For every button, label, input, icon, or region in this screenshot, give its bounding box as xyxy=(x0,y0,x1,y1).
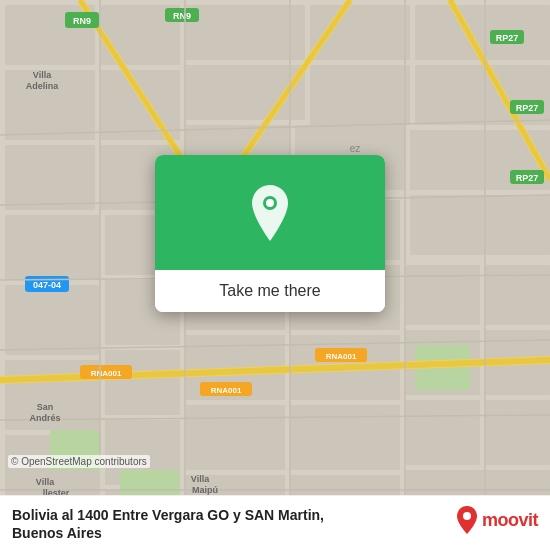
svg-text:Andrés: Andrés xyxy=(29,413,60,423)
svg-text:Maipú: Maipú xyxy=(192,485,218,495)
svg-point-95 xyxy=(266,199,274,207)
svg-text:ez: ez xyxy=(350,143,361,154)
osm-attribution: © OpenStreetMap contributors xyxy=(8,455,150,468)
svg-rect-6 xyxy=(100,70,180,140)
svg-point-96 xyxy=(463,512,471,520)
svg-text:Villa: Villa xyxy=(36,477,55,487)
svg-text:Villa: Villa xyxy=(33,70,52,80)
svg-rect-29 xyxy=(105,350,180,415)
take-me-there-button[interactable]: Take me there xyxy=(155,270,385,312)
svg-rect-38 xyxy=(405,265,480,325)
svg-text:RNA001: RNA001 xyxy=(211,386,242,395)
svg-rect-19 xyxy=(5,215,100,280)
location-pin-icon xyxy=(248,185,292,241)
svg-rect-13 xyxy=(5,145,95,210)
overlay-card: Take me there xyxy=(155,155,385,312)
svg-rect-34 xyxy=(290,405,400,470)
svg-text:San: San xyxy=(37,402,54,412)
svg-text:RN9: RN9 xyxy=(173,11,191,21)
svg-rect-43 xyxy=(485,400,550,465)
svg-text:047-04: 047-04 xyxy=(33,280,61,290)
svg-rect-42 xyxy=(405,400,480,465)
moovit-logo: moovit xyxy=(456,506,538,534)
address-line2: Buenos Aires xyxy=(12,525,102,541)
address-line1: Bolivia al 1400 Entre Vergara GO y SAN M… xyxy=(12,507,324,523)
svg-text:RP27: RP27 xyxy=(516,173,539,183)
moovit-text: moovit xyxy=(482,510,538,531)
svg-text:RNA001: RNA001 xyxy=(326,352,357,361)
svg-text:RN9: RN9 xyxy=(73,16,91,26)
svg-rect-7 xyxy=(185,5,305,60)
svg-text:RNA001: RNA001 xyxy=(91,369,122,378)
svg-rect-20 xyxy=(5,285,100,355)
svg-rect-11 xyxy=(310,65,410,125)
card-green-section xyxy=(155,155,385,270)
svg-text:Villa: Villa xyxy=(191,474,210,484)
moovit-pin-icon xyxy=(456,506,478,534)
svg-rect-10 xyxy=(415,65,550,125)
map-container[interactable]: RN9 RNA001 RNA001 RNA001 RP27 RP27 RP27 … xyxy=(0,0,550,550)
svg-rect-18 xyxy=(410,195,550,255)
svg-rect-39 xyxy=(485,265,550,325)
svg-text:Adelina: Adelina xyxy=(26,81,60,91)
svg-text:RP27: RP27 xyxy=(516,103,539,113)
svg-rect-33 xyxy=(185,405,285,470)
svg-text:RP27: RP27 xyxy=(496,33,519,43)
